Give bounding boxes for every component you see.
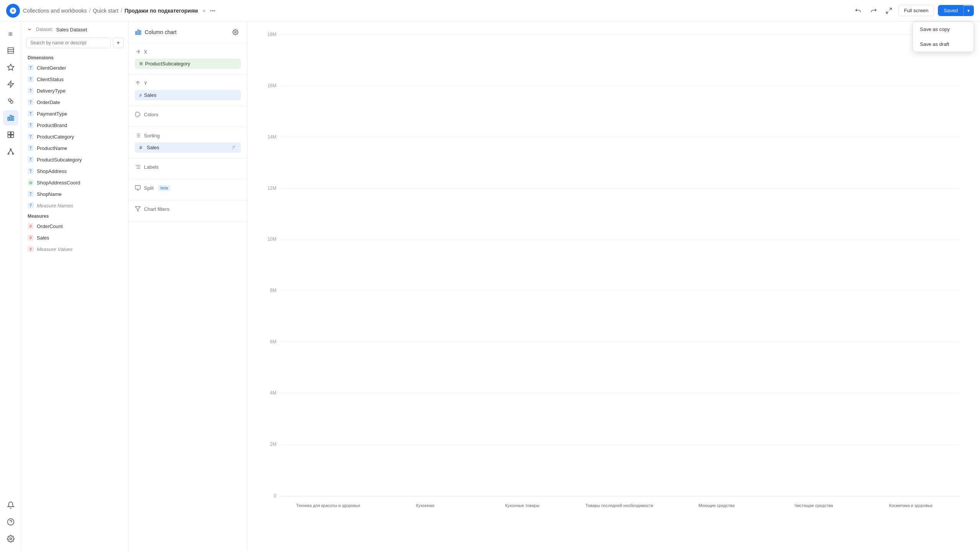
breadcrumb: Collections and workbooks / Quick start …: [23, 8, 849, 14]
nav-grid-icon[interactable]: ⊞: [3, 26, 18, 41]
app-logo[interactable]: [6, 4, 20, 18]
nav-icons: ⊞: [0, 21, 21, 551]
main-layout: ⊞: [0, 21, 980, 551]
dimension-clientstatus[interactable]: T ClientStatus: [21, 73, 128, 85]
dimension-productname-label: ProductName: [37, 145, 67, 151]
dimension-shopaddresscoord-label: ShopAddressCoord: [37, 180, 80, 186]
svg-line-19: [8, 150, 11, 153]
sort-direction-icon: [231, 145, 236, 150]
split-label: Split beta: [135, 185, 241, 191]
svg-rect-25: [138, 30, 139, 34]
sidebar-collapse-button[interactable]: [26, 26, 33, 33]
dimension-clientgender[interactable]: T ClientGender: [21, 62, 128, 73]
breadcrumb-part1[interactable]: Collections and workbooks: [23, 8, 87, 14]
nav-star-icon[interactable]: [3, 60, 18, 75]
more-options-icon[interactable]: •••: [210, 8, 216, 14]
nav-dashboard-icon[interactable]: [3, 127, 18, 142]
x-label-4: Товары последней необходимости: [575, 500, 664, 542]
dimension-productbrand[interactable]: T ProductBrand: [21, 119, 128, 131]
dimension-clientstatus-label: ClientStatus: [37, 77, 64, 82]
y-label-6m: 6M: [270, 339, 276, 344]
breadcrumb-part2[interactable]: Quick start: [93, 8, 118, 14]
split-section: Split beta: [129, 179, 247, 201]
dimension-productname[interactable]: T ProductName: [21, 142, 128, 154]
svg-line-1: [886, 11, 888, 13]
nav-bell-icon[interactable]: [3, 497, 18, 513]
nav-circles-icon[interactable]: [3, 93, 18, 109]
svg-rect-39: [135, 186, 140, 189]
nav-chart-icon[interactable]: [3, 110, 18, 126]
dimension-productcategory[interactable]: T ProductCategory: [21, 131, 128, 142]
dimension-shopaddresscoord[interactable]: ⊞ ShopAddressCoord: [21, 177, 128, 188]
dimension-paymenttype[interactable]: T PaymentType: [21, 108, 128, 119]
save-as-draft-item[interactable]: Save as draft: [913, 37, 973, 52]
x-axis-icon: [135, 49, 141, 55]
topbar-actions: Full screen Saved ▾: [853, 5, 974, 16]
saved-button[interactable]: Saved: [938, 5, 963, 16]
measure-ordercount[interactable]: # OrderCount: [21, 220, 128, 232]
y-label-10m: 10M: [268, 236, 276, 242]
svg-point-16: [10, 149, 11, 150]
save-as-copy-item[interactable]: Save as copy: [913, 22, 973, 37]
dimensions-label: Dimensions: [21, 53, 128, 62]
hash-icon: #: [28, 223, 34, 229]
search-row: +: [21, 37, 128, 53]
dimension-deliverytype-label: DeliveryType: [37, 88, 65, 94]
nav-help-icon[interactable]: [3, 514, 18, 530]
hash-icon: #: [28, 246, 34, 252]
redo-button[interactable]: [868, 5, 879, 16]
text-icon: T: [28, 202, 34, 209]
dimension-measure-names[interactable]: T Measure Names: [21, 200, 128, 211]
text-icon: T: [28, 134, 34, 140]
measures-label: Measures: [21, 211, 128, 220]
dimension-productbrand-label: ProductBrand: [37, 122, 67, 128]
dimension-productsubcategory[interactable]: T ProductSubcategory: [21, 154, 128, 165]
text-icon: T: [28, 99, 34, 105]
x-label-2: Кухонная: [381, 500, 470, 542]
nav-layers-icon[interactable]: [3, 43, 18, 58]
svg-marker-5: [7, 64, 14, 70]
dimension-shopname[interactable]: T ShopName: [21, 188, 128, 200]
text-icon: T: [28, 168, 34, 174]
labels-label: Labels: [135, 164, 241, 170]
y-field-chip[interactable]: # Sales: [135, 90, 241, 100]
x-field-chip[interactable]: ⊞ ProductSubcategory: [135, 59, 241, 69]
config-header: Column chart: [129, 21, 247, 43]
y-axis-icon: [135, 80, 141, 86]
x-label-7: Косметика и здоровье: [866, 500, 956, 542]
split-beta-badge: beta: [158, 185, 170, 191]
chart-settings-button[interactable]: [230, 27, 241, 37]
svg-rect-14: [8, 135, 10, 138]
chart-area: 18M 16M 14M 12M 10M 8M 6M 4M 2M 0: [247, 21, 980, 551]
svg-rect-13: [11, 132, 13, 135]
save-dropdown-toggle[interactable]: ▾: [963, 6, 973, 16]
search-input[interactable]: [26, 37, 111, 48]
measure-sales[interactable]: # Sales: [21, 232, 128, 243]
x-axis-labels: Техника для красоты и здоровья Кухонная …: [279, 500, 959, 542]
nav-connections-icon[interactable]: [3, 144, 18, 159]
svg-rect-15: [11, 135, 13, 138]
dimension-orderdate-label: OrderDate: [37, 99, 60, 105]
dataset-name: Sales Dataset: [56, 27, 87, 33]
sorting-field-chip[interactable]: # Sales: [135, 142, 241, 153]
y-label-4m: 4M: [270, 390, 276, 396]
expand-icon[interactable]: [883, 5, 895, 16]
colors-section: Colors: [129, 106, 247, 127]
svg-point-18: [12, 153, 13, 154]
add-field-button[interactable]: +: [113, 37, 124, 48]
nav-settings-icon[interactable]: [3, 531, 18, 546]
y-label-16m: 16M: [268, 83, 276, 88]
y-axis-label: Y: [135, 80, 241, 86]
undo-button[interactable]: [853, 5, 864, 16]
measure-values[interactable]: # Measure Values: [21, 243, 128, 255]
fullscreen-button[interactable]: Full screen: [898, 5, 934, 16]
star-favorite-icon[interactable]: ★: [202, 8, 207, 14]
nav-bolt-icon[interactable]: [3, 77, 18, 92]
chart-filters-label: Chart filters: [135, 206, 241, 212]
bars-area: [279, 34, 959, 496]
measure-ordercount-label: OrderCount: [37, 223, 63, 229]
dimension-shopaddress[interactable]: T ShopAddress: [21, 165, 128, 177]
dimension-deliverytype[interactable]: T DeliveryType: [21, 85, 128, 96]
text-icon: T: [28, 122, 34, 128]
dimension-orderdate[interactable]: T OrderDate: [21, 96, 128, 108]
